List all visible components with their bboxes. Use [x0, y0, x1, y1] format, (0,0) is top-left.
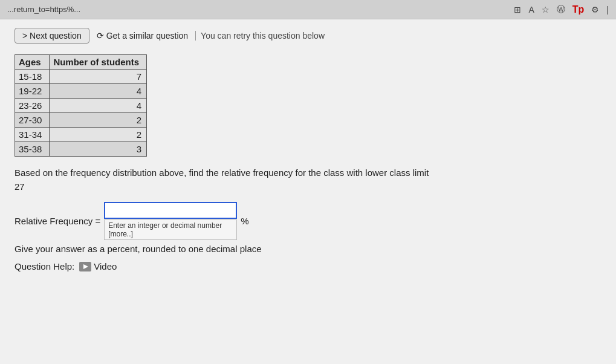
- refresh-icon: ⟳: [97, 31, 104, 41]
- input-hint: Enter an integer or decimal number [more…: [104, 219, 237, 240]
- age-cell: 19-22: [15, 84, 50, 99]
- table-body: 15-18719-22423-26427-30231-34235-383: [15, 70, 147, 157]
- relative-frequency-label: Relative Frequency =: [15, 216, 100, 226]
- table-row: 27-302: [15, 113, 147, 128]
- video-button[interactable]: Video: [79, 261, 117, 271]
- web-icon[interactable]: Ⓦ: [557, 4, 565, 15]
- table-row: 15-187: [15, 70, 147, 84]
- url-display: ...return_to=https%...: [7, 5, 80, 14]
- age-cell: 35-38: [15, 142, 50, 157]
- answer-input[interactable]: [104, 202, 237, 219]
- question-lower-limit: 27: [15, 181, 25, 192]
- font-icon[interactable]: A: [528, 5, 534, 15]
- main-content: > Next question ⟳ Get a similar question…: [0, 19, 616, 364]
- frequency-table: Ages Number of students 15-18719-22423-2…: [15, 54, 147, 157]
- count-cell: 2: [50, 128, 147, 142]
- star-icon[interactable]: ☆: [542, 5, 550, 15]
- age-cell: 31-34: [15, 128, 50, 142]
- students-header: Number of students: [50, 55, 147, 70]
- similar-question-button[interactable]: ⟳ Get a similar question: [97, 31, 188, 41]
- answer-input-wrapper: Enter an integer or decimal number [more…: [104, 202, 237, 240]
- top-bar: ...return_to=https%... ⊞ A ☆ Ⓦ Tp ⚙ |: [0, 0, 616, 19]
- question-main-text: Based on the frequency distribution abov…: [15, 167, 429, 178]
- question-text: Based on the frequency distribution abov…: [15, 166, 559, 193]
- table-row: 31-342: [15, 128, 147, 142]
- menu-icon[interactable]: |: [606, 5, 609, 15]
- grid-icon[interactable]: ⊞: [514, 5, 521, 15]
- ages-header: Ages: [15, 55, 50, 70]
- age-cell: 23-26: [15, 99, 50, 113]
- question-help-label: Question Help:: [15, 261, 74, 271]
- count-cell: 4: [50, 84, 147, 99]
- settings-icon[interactable]: ⚙: [591, 5, 599, 15]
- video-icon: [79, 262, 91, 271]
- question-help-section: Question Help: Video: [15, 261, 601, 271]
- percent-sign: %: [241, 216, 248, 226]
- table-header-row: Ages Number of students: [15, 55, 147, 70]
- table-row: 35-383: [15, 142, 147, 157]
- browser-icons: ⊞ A ☆ Ⓦ Tp ⚙ |: [514, 4, 609, 15]
- retry-text: You can retry this question below: [195, 31, 325, 41]
- tp-icon[interactable]: Tp: [572, 4, 585, 15]
- video-label: Video: [94, 261, 117, 271]
- count-cell: 3: [50, 142, 147, 157]
- frequency-table-section: Ages Number of students 15-18719-22423-2…: [15, 54, 601, 157]
- instructions-text: Give your answer as a percent, rounded t…: [15, 244, 601, 254]
- count-cell: 2: [50, 113, 147, 128]
- count-cell: 4: [50, 99, 147, 113]
- table-row: 23-264: [15, 99, 147, 113]
- similar-question-label: Get a similar question: [106, 31, 188, 41]
- count-cell: 7: [50, 70, 147, 84]
- nav-bar: > Next question ⟳ Get a similar question…: [15, 28, 601, 44]
- table-row: 19-224: [15, 84, 147, 99]
- input-section: Relative Frequency = Enter an integer or…: [15, 202, 601, 240]
- age-cell: 27-30: [15, 113, 50, 128]
- age-cell: 15-18: [15, 70, 50, 84]
- next-question-button[interactable]: > Next question: [15, 28, 89, 44]
- next-question-label: > Next question: [22, 31, 82, 41]
- input-line: Relative Frequency = Enter an integer or…: [15, 202, 249, 240]
